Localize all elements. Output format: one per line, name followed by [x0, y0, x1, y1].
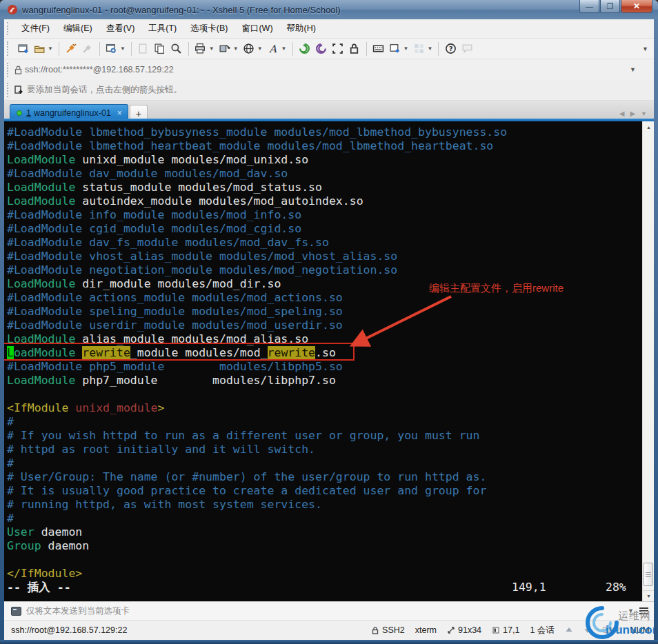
- send-target-icon: [11, 607, 21, 616]
- menu-bar: 文件(F)编辑(E)查看(V)工具(T)选项卡(B)窗口(W)帮助(H): [4, 19, 654, 39]
- lock-screen-icon[interactable]: [346, 41, 363, 57]
- new-terminal-dropdown-icon[interactable]: ▼: [403, 46, 409, 52]
- web-icon[interactable]: [241, 41, 257, 57]
- print-icon[interactable]: [192, 41, 209, 57]
- toolbar-overflow-icon[interactable]: ▼: [642, 46, 648, 52]
- fullscreen-icon[interactable]: [330, 41, 346, 57]
- menu-item[interactable]: 选项卡(B): [183, 20, 235, 37]
- terminal-row: #LoadModule userdir_module modules/mod_u…: [7, 319, 642, 332]
- minimize-button[interactable]: —: [579, 0, 599, 13]
- terminal-row: LoadModule php7_module modules/libphp7.s…: [7, 374, 642, 388]
- menu-item[interactable]: 工具(T): [141, 20, 183, 37]
- file-transfer-icon[interactable]: [217, 41, 233, 57]
- font-icon[interactable]: A: [265, 41, 281, 57]
- terminal-row: [7, 388, 642, 401]
- send-text-label[interactable]: 仅将文本发送到当前选项卡: [26, 605, 130, 617]
- open-folder-icon[interactable]: [31, 41, 48, 57]
- status-num[interactable]: NUM: [630, 625, 650, 635]
- caret-pos-status-icon[interactable]: 17,1: [492, 625, 519, 635]
- terminal-row: #LoadModule negotiation_module modules/m…: [7, 263, 642, 277]
- menu-item[interactable]: 帮助(H): [280, 20, 323, 37]
- reconnect-icon[interactable]: [63, 41, 79, 57]
- window-border-left: [0, 19, 4, 644]
- status-cap[interactable]: CAP: [602, 625, 620, 635]
- status-xterm[interactable]: xterm: [415, 625, 437, 635]
- window-border-right: [654, 19, 658, 644]
- virtual-keyboard-icon[interactable]: [370, 41, 387, 57]
- tab-close-icon[interactable]: ×: [117, 109, 122, 117]
- tab-list-dropdown-icon[interactable]: ▼: [641, 110, 647, 117]
- send-text-bar: 仅将文本发送到当前选项卡 ▼: [4, 601, 654, 621]
- addressbar-gripper[interactable]: [7, 63, 10, 77]
- scrollbar-thumb[interactable]: [644, 563, 653, 586]
- infobar-gripper[interactable]: [7, 83, 10, 97]
- vim-status-row: -- 插入 -- 149,1 28%: [7, 581, 635, 594]
- terminal-row: #LoadModule dav_fs_module modules/mod_da…: [7, 236, 642, 250]
- menu-item[interactable]: 文件(F): [14, 20, 57, 37]
- send-options-dropdown-icon[interactable]: ▼: [628, 607, 634, 614]
- maximize-button[interactable]: ❐: [600, 0, 620, 13]
- find-icon[interactable]: [168, 41, 185, 57]
- terminal-row: #LoadModule dav_module modules/mod_dav.s…: [7, 167, 642, 181]
- web-dropdown-icon[interactable]: ▼: [257, 46, 263, 52]
- session-properties-icon[interactable]: [103, 41, 120, 57]
- toolbar: ▼▼▼▼▼A▼▼▼? ▼: [4, 39, 654, 59]
- terminal-screen[interactable]: #LoadModule lbmethod_bybusyness_module m…: [4, 121, 642, 601]
- help-icon[interactable]: ?: [442, 41, 459, 57]
- svg-text:?: ?: [449, 45, 453, 52]
- menu-item[interactable]: 查看(V): [99, 20, 142, 37]
- scrollbar-up-icon[interactable]: ▲: [643, 121, 655, 132]
- add-session-arrow-icon[interactable]: [14, 85, 24, 95]
- terminal-row: </IfModule>: [7, 567, 642, 581]
- menubar-gripper[interactable]: [7, 22, 10, 35]
- xshell-tools-icon[interactable]: [313, 41, 330, 57]
- title-bar[interactable]: wangruifenglinux-01 - root@wangruifeng-0…: [0, 0, 658, 19]
- tile-windows-dropdown-icon[interactable]: ▼: [427, 46, 432, 52]
- session-properties-dropdown-icon[interactable]: ▼: [120, 46, 126, 52]
- terminal-scrollbar[interactable]: ▲ ▼: [642, 121, 654, 601]
- send-menu-icon[interactable]: [639, 607, 648, 614]
- terminal-row: #LoadModule vhost_alias_module modules/m…: [7, 250, 642, 263]
- font-dropdown-icon[interactable]: ▼: [281, 46, 287, 52]
- file-transfer-dropdown-icon[interactable]: ▼: [233, 46, 239, 52]
- terminal-row: # If you wish httpd to run as a differen…: [7, 429, 642, 443]
- status-1-[interactable]: 1 会话: [530, 625, 554, 636]
- address-url[interactable]: ssh://root:*********@192.168.57.129:22: [25, 65, 174, 74]
- print-dropdown-icon[interactable]: ▼: [209, 46, 215, 52]
- terminal-row: # User/Group: The name (or #number) of t…: [7, 470, 642, 484]
- ssl-lock-icon: [14, 66, 22, 74]
- terminal-row: # It is usually good practice to create …: [7, 484, 642, 498]
- tab-scroll-left-icon[interactable]: ◀: [619, 110, 625, 117]
- toolbar-separator: [59, 42, 59, 56]
- arrow-up-status-icon[interactable]: [565, 626, 573, 634]
- new-terminal-icon[interactable]: [387, 41, 403, 57]
- lock-status-icon[interactable]: SSH2: [371, 625, 405, 635]
- session-hint-text: 要添加当前会话，点击左侧的箭头按钮。: [27, 84, 182, 96]
- arrow-down-status-icon[interactable]: [584, 626, 592, 634]
- address-dropdown-icon[interactable]: ▼: [630, 66, 636, 73]
- address-bar: ssh://root:*********@192.168.57.129:22 ▼: [4, 59, 654, 80]
- toolbar-separator: [188, 42, 189, 56]
- tab-scroll-right-icon[interactable]: ▶: [630, 110, 635, 117]
- terminal-row: # running httpd, as with most system ser…: [7, 498, 642, 512]
- paste-icon: [135, 41, 152, 57]
- toolbar-separator: [292, 42, 293, 56]
- xagent-icon[interactable]: [297, 41, 313, 57]
- menu-item[interactable]: 编辑(E): [57, 20, 99, 37]
- tab-label: wangruifenglinux-01: [34, 108, 111, 118]
- close-button[interactable]: ✕: [621, 0, 652, 13]
- annotation-text: 编辑主配置文件，启用rewrite: [429, 281, 564, 295]
- disconnect-icon: [79, 41, 96, 57]
- terminal-row: LoadModule unixd_module modules/mod_unix…: [7, 153, 642, 167]
- toolbar-gripper[interactable]: [7, 41, 10, 55]
- terminal-row: #LoadModule lbmethod_bybusyness_module m…: [7, 125, 642, 139]
- open-folder-dropdown-icon[interactable]: ▼: [48, 46, 53, 52]
- resize-status-icon[interactable]: 91x34: [447, 625, 481, 635]
- terminal-row: <IfModule unixd_module>: [7, 401, 642, 415]
- terminal-row: [7, 553, 642, 567]
- tab-number: 1: [26, 108, 31, 118]
- scrollbar-down-icon[interactable]: ▼: [643, 590, 655, 601]
- new-session-icon[interactable]: [14, 41, 31, 57]
- copy-icon[interactable]: [152, 41, 168, 57]
- menu-item[interactable]: 窗口(W): [235, 20, 279, 37]
